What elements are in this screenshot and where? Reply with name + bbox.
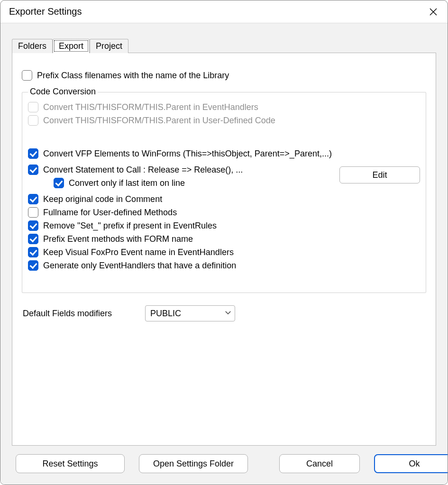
keep-original-comment-label: Keep original code in Comment <box>43 194 162 204</box>
prefix-event-methods-checkbox[interactable] <box>28 234 38 244</box>
client-area: Folders Export Project Prefix Class file… <box>0 23 448 485</box>
edit-button[interactable]: Edit <box>339 166 420 183</box>
generate-only-eventhandlers-checkbox[interactable] <box>28 260 38 271</box>
ok-button[interactable]: Ok <box>374 454 448 473</box>
prefix-event-methods-row: Prefix Event methods with FORM name <box>28 234 420 244</box>
default-fields-modifiers-select[interactable] <box>145 305 235 321</box>
fullname-user-methods-checkbox[interactable] <box>28 207 38 218</box>
generate-only-eventhandlers-label: Generate only EventHandlers that have a … <box>43 261 236 271</box>
titlebar: Exporter Settings <box>0 0 448 23</box>
keep-original-comment-checkbox[interactable] <box>28 194 38 204</box>
prefix-event-methods-label: Prefix Event methods with FORM name <box>43 234 193 244</box>
default-fields-modifiers-label: Default Fields modifiers <box>23 309 112 319</box>
cancel-button[interactable]: Cancel <box>279 454 360 473</box>
convert-this-event-row: Convert THIS/THISFORM/THIS.Parent in Eve… <box>28 102 420 112</box>
convert-only-last-item-checkbox[interactable] <box>54 178 64 188</box>
tab-folders[interactable]: Folders <box>12 39 53 53</box>
keep-vfp-event-name-row: Keep Visual FoxPro Event name in EventHa… <box>28 247 420 257</box>
code-conversion-legend: Code Conversion <box>28 87 98 97</box>
close-button[interactable] <box>426 4 441 19</box>
convert-this-event-label: Convert THIS/THISFORM/THIS.Parent in Eve… <box>43 102 258 112</box>
convert-this-user-checkbox <box>28 115 38 126</box>
keep-original-comment-row: Keep original code in Comment <box>28 194 420 204</box>
remove-set-prefix-row: Remove "Set_" prefix if present in Event… <box>28 220 420 231</box>
convert-vfp-elements-row: Convert VFP Elements to WinForms (This=>… <box>28 148 420 159</box>
convert-statement-call-row: Convert Statement to Call : Release => R… <box>28 165 335 175</box>
tab-project[interactable]: Project <box>90 39 128 53</box>
window-title: Exporter Settings <box>9 6 82 17</box>
prefix-class-filenames-checkbox[interactable] <box>22 70 32 81</box>
keep-vfp-event-name-label: Keep Visual FoxPro Event name in EventHa… <box>43 247 234 257</box>
tab-panel-export: Prefix Class filenames with the name of … <box>12 53 436 446</box>
convert-only-last-item-row: Convert only if last item on line <box>54 178 335 188</box>
convert-this-user-label: Convert THIS/THISFORM/THIS.Parent in Use… <box>43 116 275 126</box>
fullname-user-methods-label: Fullname for User-defined Methods <box>43 208 177 218</box>
convert-vfp-elements-checkbox[interactable] <box>28 148 38 159</box>
close-icon <box>430 8 437 16</box>
convert-only-last-item-label: Convert only if last item on line <box>69 178 185 188</box>
convert-statement-call-checkbox[interactable] <box>28 165 38 175</box>
convert-statement-call-label: Convert Statement to Call : Release => R… <box>43 165 243 175</box>
convert-this-user-row: Convert THIS/THISFORM/THIS.Parent in Use… <box>28 115 420 126</box>
button-bar: Reset Settings Open Settings Folder Canc… <box>5 446 443 485</box>
exporter-settings-window: Exporter Settings Folders Export Project… <box>0 0 448 485</box>
remove-set-prefix-checkbox[interactable] <box>28 220 38 231</box>
generate-only-eventhandlers-row: Generate only EventHandlers that have a … <box>28 260 420 271</box>
open-settings-folder-button[interactable]: Open Settings Folder <box>139 454 248 473</box>
tab-row: Folders Export Project <box>12 38 436 53</box>
convert-this-event-checkbox <box>28 102 38 112</box>
fullname-user-methods-row: Fullname for User-defined Methods <box>28 207 420 218</box>
tab-export[interactable]: Export <box>53 39 90 53</box>
keep-vfp-event-name-checkbox[interactable] <box>28 247 38 257</box>
remove-set-prefix-label: Remove "Set_" prefix if present in Event… <box>43 221 217 231</box>
code-conversion-fieldset: Code Conversion Convert THIS/THISFORM/TH… <box>22 92 426 293</box>
convert-vfp-elements-label: Convert VFP Elements to WinForms (This=>… <box>43 149 332 159</box>
prefix-class-filenames-row: Prefix Class filenames with the name of … <box>22 70 426 81</box>
reset-settings-button[interactable]: Reset Settings <box>16 454 125 473</box>
prefix-class-filenames-label: Prefix Class filenames with the name of … <box>37 71 229 81</box>
default-fields-modifiers-row: Default Fields modifiers <box>22 298 426 321</box>
